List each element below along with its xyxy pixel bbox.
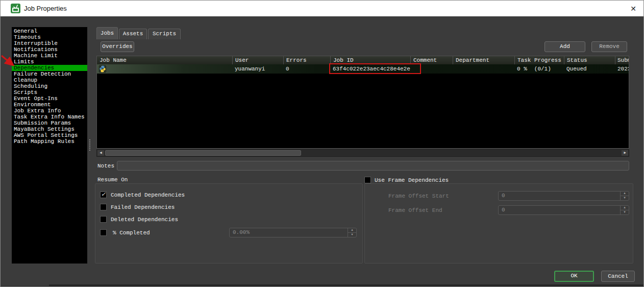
sidebar-item-general[interactable]: General xyxy=(12,28,87,34)
remove-button[interactable]: Remove xyxy=(591,41,627,52)
spin-down-icon[interactable]: ▼ xyxy=(621,196,629,200)
column-header-errors[interactable]: Errors xyxy=(283,56,330,64)
sidebar-item-interruptible[interactable]: Interruptible xyxy=(12,40,87,46)
frame-offset-end-label: Frame Offset End xyxy=(388,207,442,213)
window-title: Job Properties xyxy=(24,5,67,12)
checkbox-percent-completed[interactable] xyxy=(100,229,107,236)
percent-completed-value: 0.00% xyxy=(233,229,250,235)
tab-scripts[interactable]: Scripts xyxy=(148,29,181,39)
sidebar-item-failure-detection[interactable]: Failure Detection xyxy=(12,71,87,77)
cell-status: Queued xyxy=(564,64,615,74)
scrollbar-thumb[interactable] xyxy=(105,150,301,156)
sidebar-item-machine-limit[interactable]: Machine Limit xyxy=(12,53,87,59)
cell-job-id: 63f4c022e23aec4c28e4e2ee xyxy=(330,64,410,74)
column-header-status[interactable]: Status xyxy=(564,56,615,64)
frame-offset-start-spinner[interactable]: 0 ▲▼ xyxy=(498,191,629,201)
checkbox-deleted-dependencies[interactable] xyxy=(100,216,107,223)
table-header-row: Job Name User Errors Job ID Comment Depa… xyxy=(97,56,629,64)
column-header-user[interactable]: User xyxy=(232,56,283,64)
sidebar-item-path-mapping-rules[interactable]: Path Mapping Rules xyxy=(12,138,87,145)
scroll-left-icon[interactable]: ◀ xyxy=(97,150,104,156)
splitter-handle[interactable] xyxy=(88,139,91,154)
column-header-submit-date[interactable]: Subm xyxy=(615,56,629,64)
frame-offset-start-label: Frame Offset Start xyxy=(388,193,449,199)
sidebar-item-task-extra-info-names[interactable]: Task Extra Info Names xyxy=(12,114,87,120)
cell-job-name xyxy=(97,64,232,74)
sidebar-item-event-opt-ins[interactable]: Event Opt-Ins xyxy=(12,95,87,102)
completed-dependencies-label: Completed Dependencies xyxy=(111,192,185,198)
tab-jobs[interactable]: Jobs xyxy=(96,27,118,39)
python-job-icon xyxy=(98,65,107,73)
add-button[interactable]: Add xyxy=(544,41,585,52)
failed-dependencies-label: Failed Dependencies xyxy=(111,204,175,210)
table-horizontal-scrollbar[interactable]: ◀ ▶ xyxy=(96,149,629,157)
column-header-department[interactable]: Department xyxy=(453,56,514,64)
sidebar-item-job-extra-info[interactable]: Job Extra Info xyxy=(12,108,87,114)
spinner-buttons[interactable]: ▲▼ xyxy=(348,228,356,237)
ok-button[interactable]: OK xyxy=(554,271,594,282)
frame-offset-end-spinner[interactable]: 0 ▲▼ xyxy=(498,205,629,215)
task-progress-count: (0/1) xyxy=(534,66,551,72)
cell-submit-date: 2023 xyxy=(615,64,629,74)
notes-label: Notes xyxy=(97,163,114,169)
task-progress-percent: 0 % xyxy=(517,66,527,72)
close-icon[interactable]: ✕ xyxy=(628,4,639,14)
checkbox-use-frame-dependencies[interactable] xyxy=(364,177,371,183)
frame-offset-end-value: 0 xyxy=(502,207,505,213)
column-header-comment[interactable]: Comment xyxy=(410,56,453,64)
frame-offset-start-value: 0 xyxy=(502,193,505,199)
spin-down-icon[interactable]: ▼ xyxy=(348,233,356,237)
percent-completed-spinner[interactable]: 0.00% ▲▼ xyxy=(229,228,357,237)
cell-user: yuanwanyi xyxy=(232,64,283,74)
scroll-right-icon[interactable]: ▶ xyxy=(622,150,628,156)
taskbar-edge xyxy=(1,284,643,287)
cancel-button[interactable]: Cancel xyxy=(601,271,635,282)
sidebar-item-limits[interactable]: Limits xyxy=(12,59,87,65)
table-row[interactable]: yuanwanyi 0 63f4c022e23aec4c28e4e2ee 0 %… xyxy=(97,64,629,74)
overrides-button[interactable]: Overrides xyxy=(101,41,134,52)
deleted-dependencies-label: Deleted Dependencies xyxy=(111,217,178,223)
cell-department xyxy=(453,64,514,74)
jobs-table: Job Name User Errors Job ID Comment Depa… xyxy=(96,56,629,149)
spin-up-icon[interactable]: ▲ xyxy=(621,192,629,196)
sidebar-item-environment[interactable]: Environment xyxy=(12,102,87,108)
column-header-task-progress[interactable]: Task Progress xyxy=(514,56,564,64)
sidebar-item-cleanup[interactable]: Cleanup xyxy=(12,77,87,83)
deadline-app-icon xyxy=(11,4,20,13)
notes-input[interactable] xyxy=(117,161,629,171)
sidebar-item-scheduling[interactable]: Scheduling xyxy=(12,83,87,89)
checkbox-completed-dependencies[interactable]: ✓ xyxy=(100,192,107,198)
column-header-job-id[interactable]: Job ID xyxy=(330,56,410,64)
spinner-buttons[interactable]: ▲▼ xyxy=(620,206,629,214)
cell-task-progress: 0 %(0/1) xyxy=(514,64,564,74)
spin-up-icon[interactable]: ▲ xyxy=(621,206,629,210)
column-header-job-name[interactable]: Job Name xyxy=(97,56,232,64)
sidebar-item-scripts[interactable]: Scripts xyxy=(12,89,87,95)
cell-comment xyxy=(410,64,453,74)
resume-on-title: Resume On xyxy=(97,177,128,183)
spin-up-icon[interactable]: ▲ xyxy=(348,228,356,233)
sidebar-item-aws-portal-settings[interactable]: AWS Portal Settings xyxy=(12,132,87,138)
job-properties-window: Job Properties ✕ General Timeouts Interr… xyxy=(0,0,644,287)
cell-errors: 0 xyxy=(283,64,330,74)
sidebar-item-notifications[interactable]: Notifications xyxy=(12,46,87,53)
spinner-buttons[interactable]: ▲▼ xyxy=(620,192,629,200)
category-list: General Timeouts Interruptible Notificat… xyxy=(12,27,87,264)
use-frame-dependencies-label: Use Frame Dependencies xyxy=(375,177,449,183)
sidebar-item-mayabatch-settings[interactable]: MayaBatch Settings xyxy=(12,126,87,132)
sidebar-item-dependencies[interactable]: Dependencies xyxy=(12,65,87,71)
titlebar: Job Properties ✕ xyxy=(1,1,643,16)
percent-completed-label: % Completed xyxy=(113,230,150,236)
sidebar-item-timeouts[interactable]: Timeouts xyxy=(12,34,87,40)
checkbox-failed-dependencies[interactable] xyxy=(100,204,107,210)
tab-assets[interactable]: Assets xyxy=(119,29,147,39)
check-icon: ✓ xyxy=(101,192,106,198)
sidebar-item-submission-params[interactable]: Submission Params xyxy=(12,120,87,126)
spin-down-icon[interactable]: ▼ xyxy=(621,210,629,214)
